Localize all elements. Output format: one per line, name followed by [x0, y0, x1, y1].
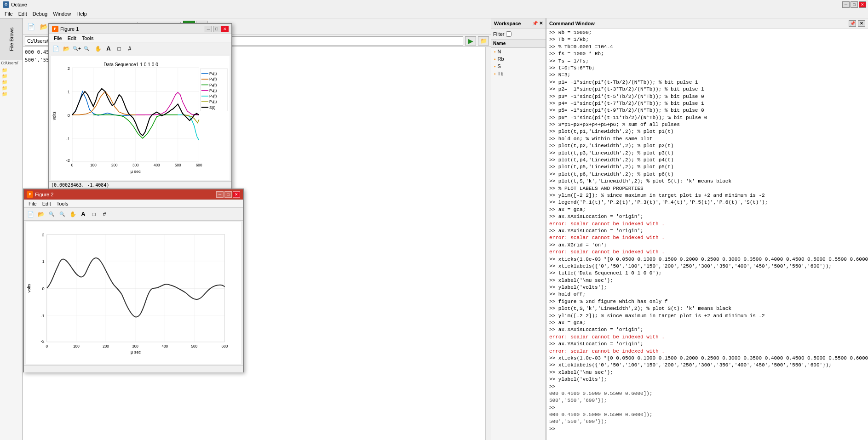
svg-text:P₄(t): P₄(t) — [209, 89, 217, 93]
fig1-pan-btn[interactable]: ✋ — [93, 44, 103, 54]
cmd-line: >> — [549, 383, 865, 390]
cmd-line: >> p4= +1*sinc(pi*(t-7*Tb/2)/(N*Tb)); % … — [549, 100, 865, 107]
figure1-close[interactable]: ✕ — [221, 26, 229, 32]
figure1-menu: File Edit Tools — [49, 34, 231, 42]
fig1-zoom-in-btn[interactable]: 🔍+ — [72, 44, 82, 54]
minimize-button[interactable]: ─ — [842, 1, 850, 8]
address-folder-button[interactable]: 📁 — [478, 36, 489, 46]
cmd-pin-button[interactable]: 📌 — [849, 20, 856, 27]
cmd-line: >> title('Data Sequencel 1 0 1 0 0'); — [549, 270, 865, 277]
figure1-menu-edit[interactable]: Edit — [65, 35, 79, 41]
cmd-line: >> ax.YAxisLocation = 'origin'; — [549, 228, 865, 234]
close-button[interactable]: ✕ — [859, 1, 866, 8]
filter-checkbox[interactable] — [506, 31, 512, 37]
svg-text:P₆(t): P₆(t) — [209, 100, 217, 104]
fig2-new-btn[interactable]: 📄 — [25, 209, 35, 219]
figure2-minimize[interactable]: ─ — [216, 191, 224, 198]
svg-text:500: 500 — [191, 344, 197, 349]
editor-scrollbar[interactable] — [485, 47, 491, 440]
address-go-button[interactable]: ▶ — [465, 36, 476, 46]
fig1-border-btn[interactable]: □ — [114, 44, 124, 54]
center-panel: 📄 📂 💾 ◀ ▶ 🔍 🔍 ⊙ A □ # ▶ 📁 — [23, 18, 491, 440]
cmd-line: >> plot(t,p2,'Linewidth',2); % plot p2(t… — [549, 143, 865, 149]
workspace-close-icon[interactable]: ✕ — [539, 21, 543, 26]
command-window-content[interactable]: >> Rb = 10000;>> Tb = 1/Rb;>> % Tb=0.000… — [546, 29, 868, 440]
main-area: File Brows C:/Users/ 📁 📁 📁 📁 📁 📄 📂 💾 — [0, 18, 868, 440]
fig2-font-btn[interactable]: A — [78, 209, 88, 219]
app-window: O Octave ─ □ ✕ File Edit Debug Window He… — [0, 0, 868, 440]
figure2-close[interactable]: ✕ — [233, 191, 240, 198]
fig1-font-btn[interactable]: A — [103, 44, 114, 54]
fig1-open-btn[interactable]: 📂 — [61, 44, 71, 54]
menu-debug[interactable]: Debug — [30, 10, 50, 17]
figure2-menu-tools[interactable]: Tools — [54, 200, 71, 207]
svg-text:100: 100 — [90, 163, 97, 167]
figure1-maximize[interactable]: □ — [213, 26, 220, 32]
fig1-new-btn[interactable]: 📄 — [51, 44, 61, 54]
cmd-line: >> hold off; — [549, 291, 865, 298]
fig1-zoom-out-btn[interactable]: 🔍- — [82, 44, 92, 54]
cmd-line: error: scalar cannot be indexed with . — [549, 249, 865, 256]
fig2-pan-btn[interactable]: ✋ — [68, 209, 78, 219]
svg-text:300: 300 — [132, 163, 139, 167]
menu-file[interactable]: File — [2, 10, 16, 17]
figure1-menu-file[interactable]: File — [51, 35, 65, 41]
cmd-input[interactable] — [549, 433, 865, 438]
command-window-header: Command Window 📌 ✕ — [546, 18, 868, 29]
menu-edit[interactable]: Edit — [16, 10, 30, 17]
cmd-line: >> plot(t,p1,'Linewidth',2); % plot p1(t… — [549, 128, 865, 135]
cmd-line: >> — [549, 426, 865, 433]
cmd-line: >> xlabel('\mu sec'); — [549, 277, 865, 284]
svg-text:1: 1 — [42, 259, 45, 264]
workspace-pin-icon[interactable]: 📌 — [532, 21, 538, 26]
var-name-Rb: Rb — [498, 56, 504, 62]
fig2-zoom-out-btn[interactable]: 🔍 — [57, 209, 67, 219]
menu-help[interactable]: Help — [74, 10, 90, 17]
fig1-grid-btn[interactable]: # — [125, 44, 135, 54]
command-window-panel: Command Window 📌 ✕ >> Rb = 10000;>> Tb =… — [546, 18, 868, 440]
figure2-title-bar[interactable]: F Figure 2 ─ □ ✕ — [24, 189, 243, 200]
cmd-line: >> ax.XGrid = 'on'; — [549, 242, 865, 249]
var-icon-Tb: ▪ — [494, 71, 496, 76]
cmd-line: >> ylabel('volts'); — [549, 284, 865, 291]
cmd-close-button[interactable]: ✕ — [858, 20, 865, 27]
col-name: Name — [493, 41, 521, 46]
svg-text:600: 600 — [222, 344, 228, 349]
figure2-window: F Figure 2 ─ □ ✕ File Edit Tools 📄 📂 — [23, 189, 244, 372]
figure2-menu-edit[interactable]: Edit — [40, 200, 54, 207]
svg-text:2: 2 — [42, 233, 45, 237]
figure1-coords: (0.00028463, -1.4084) — [49, 181, 231, 189]
var-row-S[interactable]: ▪ S — [491, 63, 546, 70]
maximize-button[interactable]: □ — [851, 1, 858, 8]
cmd-line: error: scalar cannot be indexed with . — [549, 234, 865, 241]
svg-text:1: 1 — [68, 90, 70, 94]
menu-bar: File Edit Debug Window Help — [0, 9, 868, 18]
fig2-zoom-in-btn[interactable]: 🔍 — [46, 209, 57, 219]
fig2-grid-btn[interactable]: # — [99, 209, 109, 219]
var-row-N[interactable]: ▪ N — [491, 48, 546, 55]
cmd-line: >> plot(t,S,'k','Linewidth',2); % plot S… — [549, 305, 865, 312]
svg-text:400: 400 — [154, 163, 160, 167]
menu-window[interactable]: Window — [50, 10, 74, 17]
var-row-Tb[interactable]: ▪ Tb — [491, 70, 546, 77]
svg-text:μ sec: μ sec — [131, 350, 141, 354]
cmd-line: >> p5= -1*sinc(pi*(t-9*Tb/2)/(N*Tb)); % … — [549, 107, 865, 114]
fig2-open-btn[interactable]: 📂 — [36, 209, 46, 219]
figure2-menu-file[interactable]: File — [26, 200, 40, 207]
new-file-button[interactable]: 📄 — [25, 21, 37, 33]
svg-text:0: 0 — [71, 163, 74, 167]
figure2-restore[interactable]: □ — [224, 191, 232, 198]
cmd-line: >> fs = 1000 * Rb; — [549, 51, 865, 57]
title-bar: O Octave ─ □ ✕ — [0, 0, 868, 9]
var-row-Rb[interactable]: ▪ Rb — [491, 55, 546, 63]
figure1-svg: Data Sequence1 1 0 1 0 0 — [51, 56, 230, 180]
svg-text:0: 0 — [42, 286, 45, 291]
fig2-border-btn[interactable]: □ — [89, 209, 99, 219]
svg-text:0: 0 — [68, 113, 70, 118]
cmd-line: >> % PLOT LABELS AND PROPERTIES — [549, 185, 865, 192]
workspace-columns: Name — [491, 40, 546, 48]
figure1-title-bar[interactable]: F Figure 1 ─ □ ✕ — [49, 24, 231, 34]
workspace-variables: ▪ N ▪ Rb ▪ S ▪ Tb — [491, 48, 546, 440]
figure1-minimize[interactable]: ─ — [205, 26, 212, 32]
figure1-menu-tools[interactable]: Tools — [79, 35, 97, 41]
